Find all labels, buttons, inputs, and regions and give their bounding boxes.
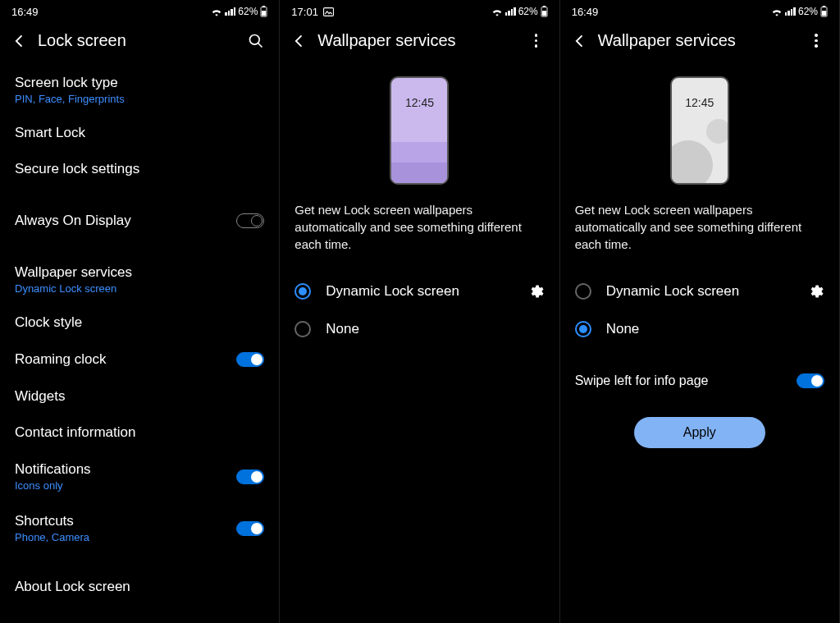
signal-icon (505, 7, 516, 16)
header: Lock screen (0, 20, 279, 65)
dynamic-settings-button[interactable] (806, 283, 824, 300)
status-clock: 16:49 (572, 6, 599, 18)
svg-rect-11 (823, 6, 826, 7)
item-swipe-info[interactable]: Swipe left for info page (575, 363, 824, 399)
panel-lock-screen: 16:49 62% Lock screen Screen lock type P… (0, 0, 280, 623)
apply-button[interactable]: Apply (634, 417, 765, 448)
svg-rect-8 (542, 6, 546, 7)
description: Get new Lock screen wallpapers automatic… (294, 201, 544, 273)
panel-wallpaper-dynamic: 17:01 62% Wallpaper services 12:45 Get n… (280, 0, 559, 623)
header: Wallpaper services (560, 20, 839, 65)
item-contact-info[interactable]: Contact information (15, 415, 264, 451)
more-icon (815, 34, 818, 48)
item-clock-style[interactable]: Clock style (15, 305, 264, 341)
description: Get new Lock screen wallpapers automatic… (575, 201, 824, 273)
page-title: Wallpaper services (317, 31, 518, 50)
status-bar: 16:49 62% (560, 0, 839, 20)
svg-point-3 (250, 34, 260, 44)
battery-text: 62% (238, 6, 258, 17)
svg-rect-5 (323, 7, 333, 16)
item-subtitle: PIN, Face, Fingerprints (15, 93, 264, 105)
option-none[interactable]: None (294, 310, 544, 348)
toggle-roaming-clock[interactable] (236, 352, 264, 367)
media-icon (323, 7, 334, 16)
back-button[interactable] (570, 33, 590, 49)
svg-rect-10 (822, 11, 826, 16)
item-roaming-clock[interactable]: Roaming clock (15, 341, 264, 378)
preview-phone: 12:45 (390, 76, 449, 185)
item-notifications[interactable]: Notifications Icons only (15, 451, 264, 502)
item-secure-lock-settings[interactable]: Secure lock settings (15, 151, 264, 187)
toggle-aod[interactable] (236, 213, 264, 228)
more-button[interactable] (527, 34, 546, 48)
panel-wallpaper-none: 16:49 62% Wallpaper services 12:45 Get n… (560, 0, 840, 623)
item-widgets[interactable]: Widgets (15, 378, 264, 415)
item-smart-lock[interactable]: Smart Lock (15, 115, 264, 151)
battery-icon (541, 6, 548, 17)
battery-icon (820, 6, 828, 17)
search-button[interactable] (246, 33, 266, 49)
signal-icon (785, 7, 796, 16)
back-button[interactable] (10, 33, 30, 49)
radio-dynamic[interactable] (575, 283, 591, 300)
item-screen-lock-type[interactable]: Screen lock type PIN, Face, Fingerprints (15, 65, 264, 115)
svg-rect-1 (262, 11, 266, 16)
radio-none[interactable] (294, 321, 311, 337)
page-title: Wallpaper services (598, 31, 798, 50)
dynamic-settings-button[interactable] (527, 283, 545, 300)
battery-text: 62% (518, 6, 538, 17)
item-about-lock-screen[interactable]: About Lock screen (15, 569, 264, 605)
status-clock: 16:49 (11, 6, 39, 18)
signal-icon (225, 7, 235, 16)
option-dynamic[interactable]: Dynamic Lock screen (294, 273, 544, 310)
toggle-notifications[interactable] (236, 470, 264, 484)
header: Wallpaper services (280, 20, 559, 65)
more-icon (535, 34, 538, 48)
toggle-swipe-info[interactable] (797, 373, 824, 388)
gear-icon (807, 283, 824, 300)
radio-none[interactable] (575, 321, 591, 337)
option-none[interactable]: None (575, 310, 824, 348)
more-button[interactable] (806, 34, 826, 48)
wifi-icon (211, 7, 222, 16)
preview-phone: 12:45 (670, 76, 729, 185)
status-bar: 17:01 62% (280, 0, 559, 20)
battery-text: 62% (798, 6, 818, 17)
page-title: Lock screen (38, 31, 238, 50)
svg-rect-7 (542, 11, 546, 16)
item-always-on-display[interactable]: Always On Display (15, 202, 264, 240)
item-shortcuts[interactable]: Shortcuts Phone, Camera (15, 502, 264, 554)
option-dynamic[interactable]: Dynamic Lock screen (575, 273, 824, 310)
gear-icon (527, 283, 544, 300)
preview-clock: 12:45 (391, 96, 447, 109)
item-label: Screen lock type (15, 75, 264, 91)
search-icon (248, 33, 264, 49)
toggle-shortcuts[interactable] (236, 521, 264, 536)
svg-rect-2 (262, 6, 266, 7)
status-bar: 16:49 62% (0, 0, 279, 20)
wifi-icon (491, 7, 503, 16)
back-button[interactable] (290, 33, 309, 49)
status-clock: 17:01 (291, 6, 318, 18)
wifi-icon (771, 7, 783, 16)
radio-dynamic[interactable] (294, 283, 311, 300)
item-wallpaper-services[interactable]: Wallpaper services Dynamic Lock screen (15, 254, 264, 305)
svg-line-4 (258, 43, 262, 47)
preview-clock: 12:45 (672, 96, 728, 109)
battery-icon (260, 6, 267, 17)
